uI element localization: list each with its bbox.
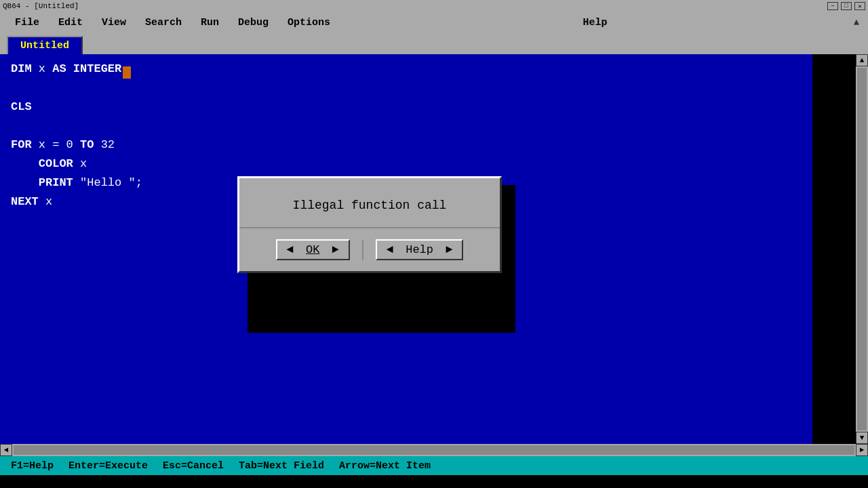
menu-run[interactable]: Run (191, 15, 229, 30)
ok-left-arrow: ◄ (287, 243, 294, 256)
status-arrow: Arrow=Next Item (339, 460, 446, 472)
dialog-ok-button[interactable]: ◄ OK ► (276, 239, 350, 260)
horizontal-scrollbar[interactable]: ◄ ► (0, 444, 868, 456)
error-dialog: Illegal function call ◄ OK ► ◄ Help ► (237, 176, 502, 273)
status-tab: Tab=Next Field (239, 460, 339, 472)
minimize-button[interactable]: − (827, 2, 838, 10)
scroll-right-arrow[interactable]: ► (856, 444, 868, 456)
code-line-5: FOR x = 0 TO 32 (11, 136, 802, 155)
maximize-button[interactable]: □ (841, 2, 852, 10)
code-line-2 (11, 79, 802, 98)
scroll-thumb[interactable] (857, 68, 867, 430)
title-bar: QB64 - [Untitled] − □ ✕ (0, 0, 868, 12)
help-right-arrow: ► (446, 243, 452, 256)
help-left-arrow: ◄ (387, 243, 393, 256)
scroll-up-arrow[interactable]: ▲ (856, 54, 868, 66)
status-esc: Esc=Cancel (163, 460, 239, 472)
help-label: Help (406, 243, 433, 256)
tab-untitled[interactable]: Untitled (7, 36, 83, 54)
ok-label: OK (306, 243, 319, 256)
scroll-track-horizontal[interactable] (14, 445, 854, 455)
scroll-left-arrow[interactable]: ◄ (0, 444, 12, 456)
menu-debug[interactable]: Debug (229, 15, 278, 30)
menu-edit[interactable]: Edit (49, 15, 92, 30)
scroll-down-arrow[interactable]: ▼ (856, 432, 868, 444)
code-line-4 (11, 117, 802, 136)
code-line-3: CLS (11, 98, 802, 117)
menu-help[interactable]: Help (574, 15, 617, 30)
code-line-6: COLOR x (11, 155, 802, 174)
dialog-message-text: Illegal function call (239, 178, 500, 228)
title-bar-text: QB64 - [Untitled] (3, 2, 79, 10)
scroll-top-arrow[interactable]: ▲ (850, 12, 863, 33)
ok-right-arrow: ► (332, 243, 339, 256)
title-bar-controls: − □ ✕ (827, 2, 865, 10)
status-enter: Enter=Execute (68, 460, 163, 472)
close-button[interactable]: ✕ (854, 2, 865, 10)
menu-file[interactable]: File (5, 15, 49, 30)
status-f1: F1=Help (11, 460, 68, 472)
menu-search[interactable]: Search (136, 15, 191, 30)
menu-options[interactable]: Options (278, 15, 340, 30)
dialog-button-area: ◄ OK ► ◄ Help ► (239, 228, 500, 271)
dialog-help-button[interactable]: ◄ Help ► (376, 239, 464, 260)
tab-bar: Untitled (0, 33, 868, 54)
menu-bar: File Edit View Search Run Debug Options … (0, 12, 868, 33)
menu-view[interactable]: View (92, 15, 136, 30)
button-separator (362, 240, 363, 260)
code-line-1: DIM x AS INTEGER (11, 60, 802, 79)
vertical-scrollbar[interactable]: ▲ ▼ (856, 54, 868, 444)
status-bar: F1=Help Enter=Execute Esc=Cancel Tab=Nex… (0, 456, 868, 475)
